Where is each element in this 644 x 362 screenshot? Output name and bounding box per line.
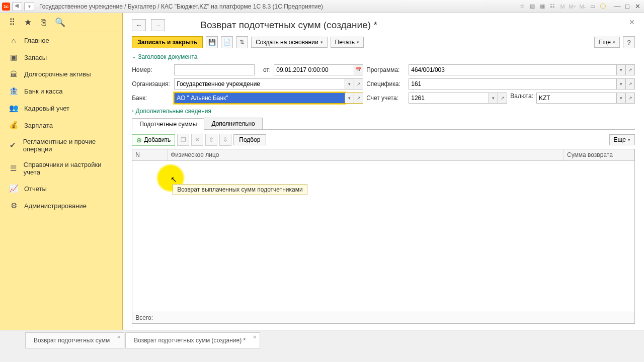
close-button[interactable]: ✕ [633,3,642,11]
main-area: ⠿ ★ ⎘ 🔍 ⌂Главное ▣Запасы 🏛Долгосрочные а… [0,13,644,330]
delete-row-button[interactable]: ✕ [191,134,203,146]
dropdown-icon[interactable]: ▾ [617,93,626,104]
dropdown-icon[interactable]: ▾ [617,64,626,75]
sidebar-item-hr[interactable]: 👥Кадровый учет [0,100,122,117]
header-collapse[interactable]: Заголовок документа [132,52,635,61]
dropdown-icon[interactable]: ▾ [489,93,498,104]
bank-field[interactable]: ▾↗ [174,93,363,104]
panel-icon[interactable]: ▭ [589,3,597,11]
people-icon: 👥 [9,104,18,113]
open-ref-icon[interactable]: ↗ [626,93,635,104]
number-field[interactable] [174,64,255,75]
m-minus-icon[interactable]: M- [579,3,587,11]
doc-header: ← → Возврат подотчетных сумм (создание) … [132,19,635,31]
apps-icon[interactable]: ⠿ [9,17,15,28]
sidebar-item-refs[interactable]: ☰Справочники и настройки учета [0,157,122,180]
open-ref-icon[interactable]: ↗ [498,93,507,104]
calc-icon[interactable]: ▦ [538,3,546,11]
copy-row-button[interactable]: ❐ [177,134,189,146]
date-label: от: [258,66,271,73]
main-toolbar: Записать и закрыть 💾 📄 ⇅ Создать на осно… [132,36,635,48]
search-icon[interactable]: 🔍 [55,17,65,28]
grid-more-button[interactable]: Еще [609,134,635,145]
bottom-tab-label: Возврат подотчетных сумм [34,337,110,344]
m-plus-icon[interactable]: M+ [569,3,577,11]
sidebar-item-admin[interactable]: ⚙Администрирование [0,197,122,214]
move-up-button[interactable]: ⇧ [205,134,217,146]
spec-field[interactable]: ▾↗ [409,78,635,89]
sidebar-item-bank[interactable]: 🏦Банк и касса [0,82,122,100]
currency-field[interactable]: ▾↗ [536,93,635,104]
spec-input[interactable] [409,78,617,89]
tool-icon[interactable]: ▧ [528,3,536,11]
open-ref-icon[interactable]: ↗ [626,64,635,75]
nav-forward-button[interactable]: → [151,19,165,31]
account-field[interactable]: ▾↗ [409,93,507,104]
dropdown-icon[interactable]: ▾ [617,78,626,89]
add-row-button[interactable]: Добавить [132,134,175,146]
m-icon[interactable]: M [558,3,567,11]
col-sum[interactable]: Сумма возврата [564,149,634,160]
bank-label: Банк: [132,95,171,102]
open-ref-icon[interactable]: ↗ [354,78,363,89]
bottom-tab-1[interactable]: Возврат подотчетных сумм✕ [25,332,124,348]
program-input[interactable] [409,64,617,75]
currency-input[interactable] [536,93,617,104]
post-button[interactable]: 📄 [221,36,233,48]
money-icon: 💰 [9,121,18,130]
date-field[interactable]: 📅 [274,64,363,75]
clipboard-icon[interactable]: ⎘ [41,18,46,28]
bottom-tab-label: Возврат подотчетных сумм (создание) * [134,337,246,344]
org-field[interactable]: ▾↗ [174,78,363,89]
save-button[interactable]: 💾 [206,36,218,48]
sidebar-item-reports[interactable]: 📈Отчеты [0,180,122,197]
number-input[interactable] [174,64,255,75]
bottom-tab-2[interactable]: Возврат подотчетных сумм (создание) *✕ [125,332,260,348]
tabs: Подотчетные суммы Дополнительно [132,118,635,130]
print-button[interactable]: Печать [331,37,364,48]
calendar-icon[interactable]: ☷ [548,3,556,11]
extra-collapse[interactable]: Дополнительные сведения [132,107,635,116]
close-icon[interactable]: ✕ [253,334,257,340]
info-icon[interactable]: ⓘ [599,3,607,11]
save-close-button[interactable]: Записать и закрыть [132,36,203,48]
more-button[interactable]: Еще [594,37,620,48]
sidebar-item-main[interactable]: ⌂Главное [0,32,122,49]
open-ref-icon[interactable]: ↗ [626,78,635,89]
bank-icon: 🏦 [9,86,18,96]
favorite-icon[interactable]: ☆ [518,3,526,11]
history-back-button[interactable]: ⯇ [12,2,22,11]
dt-kt-button[interactable]: ⇅ [236,36,248,48]
tab-extra[interactable]: Дополнительно [204,118,262,129]
sidebar-item-stock[interactable]: ▣Запасы [0,49,122,66]
history-dropdown-button[interactable]: ▾ [24,2,34,11]
help-button[interactable]: ? [623,36,635,48]
date-input[interactable] [274,64,354,75]
account-input[interactable] [409,93,489,104]
sidebar-item-assets[interactable]: 🏛Долгосрочные активы [0,66,122,82]
move-down-button[interactable]: ⇩ [219,134,231,146]
bank-input[interactable] [174,93,345,104]
minimize-button[interactable]: — [613,3,622,11]
add-label: Добавить [144,136,171,143]
star-icon[interactable]: ★ [24,17,32,28]
tab-sums[interactable]: Подотчетные суммы [132,118,204,130]
dropdown-icon[interactable]: ▾ [345,78,354,89]
create-based-button[interactable]: Создать на основании [251,37,328,48]
calendar-picker-icon[interactable]: 📅 [354,64,363,75]
dropdown-icon[interactable]: ▾ [345,93,354,104]
nav-back-button[interactable]: ← [132,19,146,31]
open-ref-icon[interactable]: ↗ [354,93,363,104]
building-icon: 🏛 [9,70,18,78]
close-icon[interactable]: ✕ [117,334,121,340]
sidebar-item-ops[interactable]: ✔Регламентные и прочие операции [0,134,122,157]
sidebar-item-salary[interactable]: 💰Зарплата [0,117,122,134]
maximize-button[interactable]: □ [623,3,632,11]
program-field[interactable]: ▾↗ [409,64,635,75]
grid-body[interactable]: ↖ Возврат выплаченных сумм подотчетникам… [132,161,634,312]
form-close-button[interactable]: ✕ [629,18,635,26]
col-n[interactable]: N [132,149,168,160]
select-button[interactable]: Подбор [233,134,266,145]
org-input[interactable] [174,78,345,89]
col-person[interactable]: Физическое лицо [168,149,564,160]
